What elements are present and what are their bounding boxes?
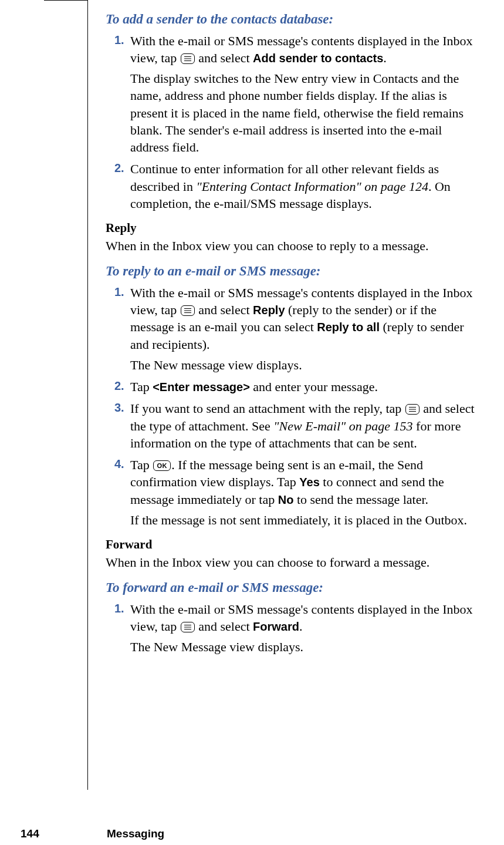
- text-run: If you want to send an attachment with t…: [130, 401, 405, 416]
- step-body: Continue to enter information for all ot…: [130, 160, 481, 212]
- steps-forward: 1. With the e-mail or SMS message's cont…: [106, 601, 481, 656]
- ui-label: Forward: [253, 620, 299, 633]
- step-body: With the e-mail or SMS message's content…: [130, 601, 481, 656]
- step-body: With the e-mail or SMS message's content…: [130, 32, 481, 156]
- cross-reference: "Entering Contact Information" on page 1…: [196, 179, 428, 194]
- body-paragraph: When in the Inbox view you can choose to…: [106, 237, 481, 254]
- ui-label: Reply to all: [317, 321, 380, 334]
- menu-icon: [405, 404, 420, 415]
- text-run: .: [383, 51, 387, 65]
- menu-icon: [181, 53, 195, 64]
- menu-icon: [181, 305, 195, 316]
- procedure-heading-add-sender: To add a sender to the contacts database…: [106, 11, 481, 29]
- step-number: 3.: [114, 400, 124, 416]
- step-text: With the e-mail or SMS message's content…: [130, 32, 481, 67]
- section-name: Messaging: [107, 827, 164, 840]
- step-number: 1.: [114, 32, 124, 48]
- step-number: 1.: [114, 284, 124, 300]
- step-item: 2. Continue to enter information for all…: [106, 160, 481, 212]
- procedure-heading-forward: To forward an e-mail or SMS message:: [106, 579, 481, 597]
- steps-add-sender: 1. With the e-mail or SMS message's cont…: [106, 32, 481, 213]
- subheading-forward: Forward: [106, 537, 481, 553]
- step-followup: The display switches to the New entry vi…: [130, 70, 481, 156]
- step-text: If you want to send an attachment with t…: [130, 400, 481, 452]
- step-body: With the e-mail or SMS message's content…: [130, 284, 481, 373]
- step-number: 2.: [114, 160, 124, 176]
- cross-reference: "New E-mail" on page 153: [273, 419, 412, 433]
- step-item: 3. If you want to send an attachment wit…: [106, 400, 481, 452]
- ui-label: Reply: [253, 304, 285, 317]
- text-run: to send the message later.: [293, 492, 428, 507]
- manual-page: To add a sender to the contacts database…: [0, 0, 504, 845]
- margin-tick: [44, 0, 87, 1]
- ui-label: Yes: [299, 476, 319, 489]
- text-run: and select: [195, 302, 253, 317]
- step-item: 4. Tap . If the message being sent is an…: [106, 456, 481, 528]
- text-run: and enter your message.: [250, 379, 378, 394]
- step-followup: If the message is not sent immediately, …: [130, 511, 481, 528]
- step-item: 1. With the e-mail or SMS message's cont…: [106, 32, 481, 156]
- text-run: Tap: [130, 379, 153, 394]
- step-body: If you want to send an attachment with t…: [130, 400, 481, 452]
- step-item: 1. With the e-mail or SMS message's cont…: [106, 601, 481, 656]
- step-text: With the e-mail or SMS message's content…: [130, 601, 481, 635]
- step-number: 1.: [114, 601, 124, 617]
- step-body: Tap . If the message being sent is an e-…: [130, 456, 481, 528]
- text-run: .: [299, 619, 303, 634]
- step-followup: The New message view displays.: [130, 356, 481, 373]
- step-text: With the e-mail or SMS message's content…: [130, 284, 481, 353]
- steps-reply: 1. With the e-mail or SMS message's cont…: [106, 284, 481, 528]
- menu-icon: [181, 622, 195, 632]
- body-paragraph: When in the Inbox view you can choose to…: [106, 554, 481, 571]
- page-number: 144: [21, 827, 39, 840]
- step-number: 2.: [114, 378, 124, 394]
- procedure-heading-reply: To reply to an e-mail or SMS message:: [106, 262, 481, 281]
- subheading-reply: Reply: [106, 220, 481, 237]
- step-item: 2. Tap <Enter message> and enter your me…: [106, 378, 481, 395]
- step-item: 1. With the e-mail or SMS message's cont…: [106, 284, 481, 373]
- page-content: To add a sender to the contacts database…: [106, 11, 481, 661]
- ui-label: Add sender to contacts: [253, 52, 383, 65]
- step-text: Tap <Enter message> and enter your messa…: [130, 378, 481, 395]
- ok-icon: [153, 460, 171, 471]
- ui-label: <Enter message>: [153, 381, 250, 393]
- text-run: and select: [195, 51, 253, 65]
- step-body: Tap <Enter message> and enter your messa…: [130, 378, 481, 395]
- margin-rule: [87, 0, 88, 790]
- step-text: Continue to enter information for all ot…: [130, 160, 481, 212]
- text-run: and select: [195, 619, 253, 634]
- step-text: Tap . If the message being sent is an e-…: [130, 456, 481, 508]
- ui-label: No: [278, 493, 294, 506]
- step-followup: The New Message view displays.: [130, 638, 481, 655]
- text-run: Tap: [130, 457, 153, 472]
- step-number: 4.: [114, 456, 124, 472]
